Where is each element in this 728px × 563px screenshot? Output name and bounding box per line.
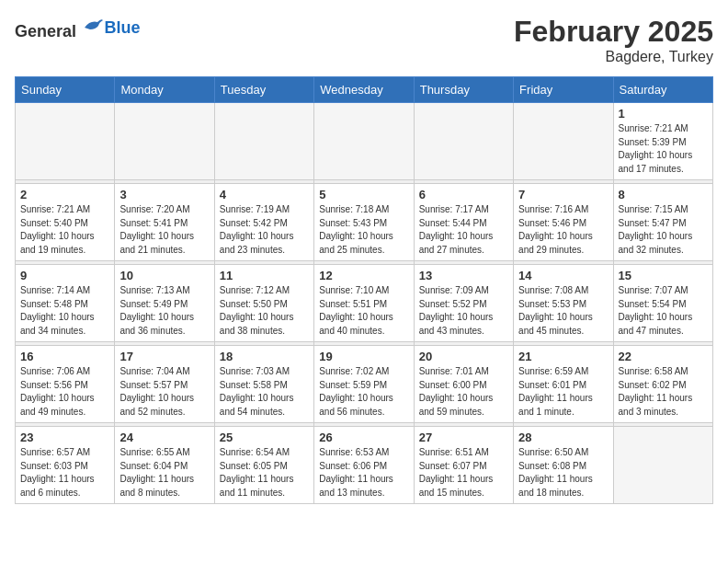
calendar-table: SundayMondayTuesdayWednesdayThursdayFrid… [15,76,713,504]
calendar-cell: 25Sunrise: 6:54 AM Sunset: 6:05 PM Dayli… [214,427,313,504]
day-info: Sunrise: 6:55 AM Sunset: 6:04 PM Dayligh… [119,446,209,500]
calendar-cell [115,103,214,180]
weekday-header-thursday: Thursday [414,77,513,103]
day-number: 24 [119,431,209,444]
weekday-header-tuesday: Tuesday [214,77,313,103]
calendar-cell: 27Sunrise: 6:51 AM Sunset: 6:07 PM Dayli… [414,427,513,504]
day-info: Sunrise: 7:19 AM Sunset: 5:42 PM Dayligh… [220,203,309,257]
calendar-cell: 14Sunrise: 7:08 AM Sunset: 5:53 PM Dayli… [514,265,613,342]
day-info: Sunrise: 7:08 AM Sunset: 5:53 PM Dayligh… [518,284,608,338]
day-info: Sunrise: 7:20 AM Sunset: 5:41 PM Dayligh… [119,203,209,257]
day-info: Sunrise: 7:14 AM Sunset: 5:48 PM Dayligh… [20,284,109,338]
day-info: Sunrise: 7:15 AM Sunset: 5:47 PM Dayligh… [619,203,708,257]
day-number: 2 [20,188,109,201]
logo-bird-icon [83,15,105,37]
calendar-cell [514,103,613,180]
day-number: 5 [319,188,408,201]
calendar-cell: 15Sunrise: 7:07 AM Sunset: 5:54 PM Dayli… [613,265,712,342]
day-number: 16 [20,350,109,363]
calendar-cell: 10Sunrise: 7:13 AM Sunset: 5:49 PM Dayli… [115,265,214,342]
day-info: Sunrise: 7:07 AM Sunset: 5:54 PM Dayligh… [619,284,708,338]
day-info: Sunrise: 6:54 AM Sunset: 6:05 PM Dayligh… [220,446,309,500]
calendar-cell: 12Sunrise: 7:10 AM Sunset: 5:51 PM Dayli… [314,265,414,342]
day-info: Sunrise: 7:16 AM Sunset: 5:46 PM Dayligh… [518,203,608,257]
day-number: 8 [619,188,708,201]
day-info: Sunrise: 7:09 AM Sunset: 5:52 PM Dayligh… [419,284,508,338]
day-number: 21 [518,350,608,363]
day-info: Sunrise: 7:17 AM Sunset: 5:44 PM Dayligh… [419,203,508,257]
day-number: 9 [20,269,109,282]
day-info: Sunrise: 7:18 AM Sunset: 5:43 PM Dayligh… [319,203,408,257]
day-info: Sunrise: 6:59 AM Sunset: 6:01 PM Dayligh… [518,365,608,419]
weekday-header-wednesday: Wednesday [314,77,414,103]
day-number: 22 [619,350,708,363]
calendar-week-row-1: 1Sunrise: 7:21 AM Sunset: 5:39 PM Daylig… [16,103,713,180]
logo: General Blue [15,15,141,41]
day-info: Sunrise: 7:03 AM Sunset: 5:58 PM Dayligh… [220,365,309,419]
day-info: Sunrise: 7:12 AM Sunset: 5:50 PM Dayligh… [220,284,309,338]
logo-general: General [15,15,105,41]
day-info: Sunrise: 7:06 AM Sunset: 5:56 PM Dayligh… [20,365,109,419]
day-info: Sunrise: 7:21 AM Sunset: 5:39 PM Dayligh… [619,122,708,176]
calendar-cell: 21Sunrise: 6:59 AM Sunset: 6:01 PM Dayli… [514,346,613,423]
day-number: 26 [319,431,408,444]
calendar-cell [16,103,115,180]
calendar-cell: 4Sunrise: 7:19 AM Sunset: 5:42 PM Daylig… [214,184,313,261]
calendar-cell: 2Sunrise: 7:21 AM Sunset: 5:40 PM Daylig… [16,184,115,261]
calendar-cell: 18Sunrise: 7:03 AM Sunset: 5:58 PM Dayli… [214,346,313,423]
calendar-cell: 24Sunrise: 6:55 AM Sunset: 6:04 PM Dayli… [115,427,214,504]
day-info: Sunrise: 6:53 AM Sunset: 6:06 PM Dayligh… [319,446,408,500]
day-number: 28 [518,431,608,444]
day-number: 12 [319,269,408,282]
calendar-cell: 11Sunrise: 7:12 AM Sunset: 5:50 PM Dayli… [214,265,313,342]
calendar-week-row-2: 2Sunrise: 7:21 AM Sunset: 5:40 PM Daylig… [16,184,713,261]
day-info: Sunrise: 7:02 AM Sunset: 5:59 PM Dayligh… [319,365,408,419]
day-number: 18 [220,350,309,363]
calendar-cell: 6Sunrise: 7:17 AM Sunset: 5:44 PM Daylig… [414,184,513,261]
calendar-cell: 20Sunrise: 7:01 AM Sunset: 6:00 PM Dayli… [414,346,513,423]
day-number: 20 [419,350,508,363]
day-info: Sunrise: 7:10 AM Sunset: 5:51 PM Dayligh… [319,284,408,338]
day-number: 6 [419,188,508,201]
day-number: 27 [419,431,508,444]
day-number: 23 [20,431,109,444]
weekday-header-saturday: Saturday [613,77,712,103]
day-info: Sunrise: 6:51 AM Sunset: 6:07 PM Dayligh… [419,446,508,500]
calendar-cell: 26Sunrise: 6:53 AM Sunset: 6:06 PM Dayli… [314,427,414,504]
calendar-cell: 1Sunrise: 7:21 AM Sunset: 5:39 PM Daylig… [613,103,712,180]
day-number: 15 [619,269,708,282]
day-number: 14 [518,269,608,282]
calendar-cell [214,103,313,180]
day-info: Sunrise: 7:01 AM Sunset: 6:00 PM Dayligh… [419,365,508,419]
calendar-cell: 22Sunrise: 6:58 AM Sunset: 6:02 PM Dayli… [613,346,712,423]
calendar-cell: 5Sunrise: 7:18 AM Sunset: 5:43 PM Daylig… [314,184,414,261]
logo-blue: Blue [105,18,141,38]
day-number: 11 [220,269,309,282]
day-number: 4 [220,188,309,201]
day-info: Sunrise: 7:13 AM Sunset: 5:49 PM Dayligh… [119,284,209,338]
day-info: Sunrise: 6:50 AM Sunset: 6:08 PM Dayligh… [518,446,608,500]
location-title: Bagdere, Turkey [514,49,713,65]
calendar-cell: 8Sunrise: 7:15 AM Sunset: 5:47 PM Daylig… [613,184,712,261]
calendar-cell: 28Sunrise: 6:50 AM Sunset: 6:08 PM Dayli… [514,427,613,504]
calendar-cell: 19Sunrise: 7:02 AM Sunset: 5:59 PM Dayli… [314,346,414,423]
calendar-week-row-3: 9Sunrise: 7:14 AM Sunset: 5:48 PM Daylig… [16,265,713,342]
day-info: Sunrise: 7:21 AM Sunset: 5:40 PM Dayligh… [20,203,109,257]
calendar-cell: 23Sunrise: 6:57 AM Sunset: 6:03 PM Dayli… [16,427,115,504]
page-header: General Blue February 2025 Bagdere, Turk… [15,15,713,65]
month-title: February 2025 [514,15,713,49]
calendar-cell [414,103,513,180]
day-number: 25 [220,431,309,444]
day-number: 10 [119,269,209,282]
calendar-week-row-5: 23Sunrise: 6:57 AM Sunset: 6:03 PM Dayli… [16,427,713,504]
calendar-cell: 9Sunrise: 7:14 AM Sunset: 5:48 PM Daylig… [16,265,115,342]
calendar-cell [613,427,712,504]
day-info: Sunrise: 7:04 AM Sunset: 5:57 PM Dayligh… [119,365,209,419]
weekday-header-monday: Monday [115,77,214,103]
day-number: 13 [419,269,508,282]
calendar-cell: 16Sunrise: 7:06 AM Sunset: 5:56 PM Dayli… [16,346,115,423]
calendar-cell: 7Sunrise: 7:16 AM Sunset: 5:46 PM Daylig… [514,184,613,261]
day-number: 17 [119,350,209,363]
calendar-cell: 3Sunrise: 7:20 AM Sunset: 5:41 PM Daylig… [115,184,214,261]
day-number: 1 [619,107,708,121]
